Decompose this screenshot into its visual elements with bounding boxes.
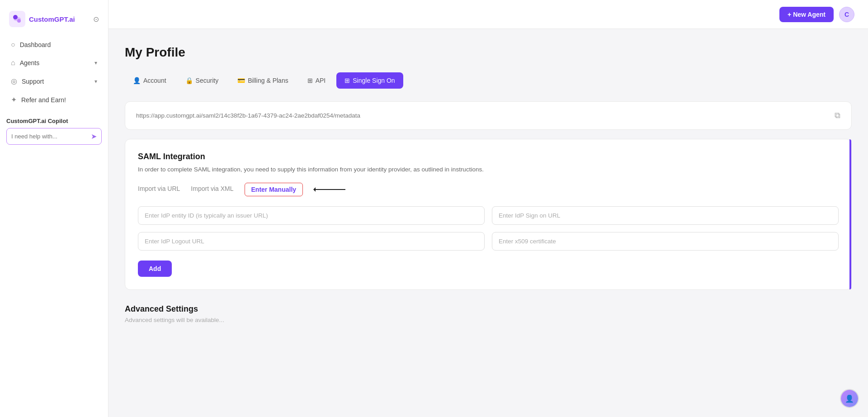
- dashboard-icon: ○: [11, 41, 15, 49]
- copilot-input-wrap[interactable]: ➤: [6, 128, 102, 145]
- tab-account[interactable]: 👤 Account: [125, 72, 175, 89]
- sidebar-item-label: Support: [22, 78, 44, 85]
- logo-icon: [9, 11, 25, 27]
- topbar: + New Agent C: [108, 0, 868, 29]
- copilot-label: CustomGPT.ai Copilot: [6, 118, 102, 124]
- add-button[interactable]: Add: [138, 261, 172, 277]
- advanced-subtitle: Advanced settings will be available...: [125, 317, 852, 323]
- page-title: My Profile: [125, 45, 852, 60]
- sidebar-nav: ○ Dashboard ⌂ Agents ▾ ◎ Support ▾ ✦ Ref…: [0, 36, 108, 109]
- sso-icon: ⊞: [344, 77, 350, 84]
- arrow-indicator: [314, 189, 345, 190]
- tab-account-label: Account: [143, 77, 166, 84]
- saml-form-row-2: [138, 232, 839, 251]
- send-icon[interactable]: ➤: [91, 132, 97, 141]
- certificate-input[interactable]: [492, 232, 839, 251]
- support-icon: ◎: [11, 77, 17, 85]
- copy-icon[interactable]: ⧉: [835, 111, 840, 120]
- chevron-down-icon: ▾: [94, 78, 97, 85]
- tab-security-label: Security: [196, 77, 219, 84]
- clock-icon[interactable]: ⊙: [93, 15, 99, 24]
- metadata-url-card: https://app.customgpt.ai/saml2/14c38f2b-…: [125, 101, 852, 130]
- entity-id-input[interactable]: [138, 206, 485, 225]
- refer-icon: ✦: [11, 95, 17, 104]
- sidebar-item-dashboard[interactable]: ○ Dashboard: [5, 36, 104, 53]
- metadata-url: https://app.customgpt.ai/saml2/14c38f2b-…: [136, 112, 360, 119]
- sidebar-logo: CustomGPT.ai ⊙: [0, 7, 108, 36]
- tab-billing[interactable]: 💳 Billing & Plans: [229, 72, 297, 89]
- sidebar-item-refer[interactable]: ✦ Refer and Earn!: [5, 91, 104, 109]
- advanced-settings-section: Advanced Settings Advanced settings will…: [125, 301, 852, 323]
- tab-sso[interactable]: ⊞ Single Sign On: [336, 72, 403, 89]
- import-tab-xml[interactable]: Import via XML: [191, 185, 233, 194]
- chevron-down-icon: ▾: [94, 60, 97, 66]
- tab-sso-label: Single Sign On: [353, 77, 395, 84]
- logo-text: CustomGPT.ai: [29, 15, 75, 23]
- lock-icon: 🔒: [185, 77, 193, 84]
- sign-on-url-input[interactable]: [492, 206, 839, 225]
- saml-form-row-1: [138, 206, 839, 225]
- saml-section: SAML Integration In order to complete SA…: [125, 139, 852, 290]
- tab-api[interactable]: ⊞ API: [299, 72, 334, 89]
- logout-url-input[interactable]: [138, 232, 485, 251]
- avatar[interactable]: C: [839, 7, 854, 22]
- svg-point-2: [17, 19, 21, 23]
- copilot-input[interactable]: [11, 133, 88, 140]
- import-tab-manual[interactable]: Enter Manually: [245, 183, 303, 196]
- new-agent-button[interactable]: + New Agent: [779, 7, 834, 22]
- sidebar-item-label: Refer and Earn!: [21, 96, 66, 104]
- profile-tabs: 👤 Account 🔒 Security 💳 Billing & Plans ⊞…: [125, 72, 852, 89]
- agents-icon: ⌂: [11, 59, 15, 67]
- advanced-title: Advanced Settings: [125, 301, 852, 314]
- tab-security[interactable]: 🔒 Security: [177, 72, 227, 89]
- billing-icon: 💳: [237, 77, 245, 84]
- saml-title: SAML Integration: [138, 152, 839, 161]
- sidebar-item-label: Agents: [20, 59, 40, 66]
- import-tabs: Import via URL Import via XML Enter Manu…: [138, 183, 839, 196]
- bottom-right-avatar[interactable]: 👤: [840, 389, 859, 408]
- api-icon: ⊞: [307, 77, 313, 84]
- import-tab-url[interactable]: Import via URL: [138, 185, 180, 194]
- sidebar-item-label: Dashboard: [20, 41, 51, 48]
- account-icon: 👤: [133, 77, 141, 84]
- saml-description: In order to complete SAML integration, y…: [138, 166, 839, 173]
- sidebar: CustomGPT.ai ⊙ ○ Dashboard ⌂ Agents ▾ ◎ …: [0, 0, 108, 417]
- main-content: + New Agent C My Profile 👤 Account 🔒 Sec…: [108, 0, 868, 417]
- page-content: My Profile 👤 Account 🔒 Security 💳 Billin…: [108, 29, 868, 417]
- tab-api-label: API: [316, 77, 326, 84]
- sidebar-item-support[interactable]: ◎ Support ▾: [5, 72, 104, 90]
- arrow-line: [314, 189, 345, 190]
- sidebar-item-agents[interactable]: ⌂ Agents ▾: [5, 54, 104, 71]
- avatar-image: 👤: [841, 390, 858, 407]
- svg-point-1: [13, 15, 18, 19]
- tab-billing-label: Billing & Plans: [248, 77, 288, 84]
